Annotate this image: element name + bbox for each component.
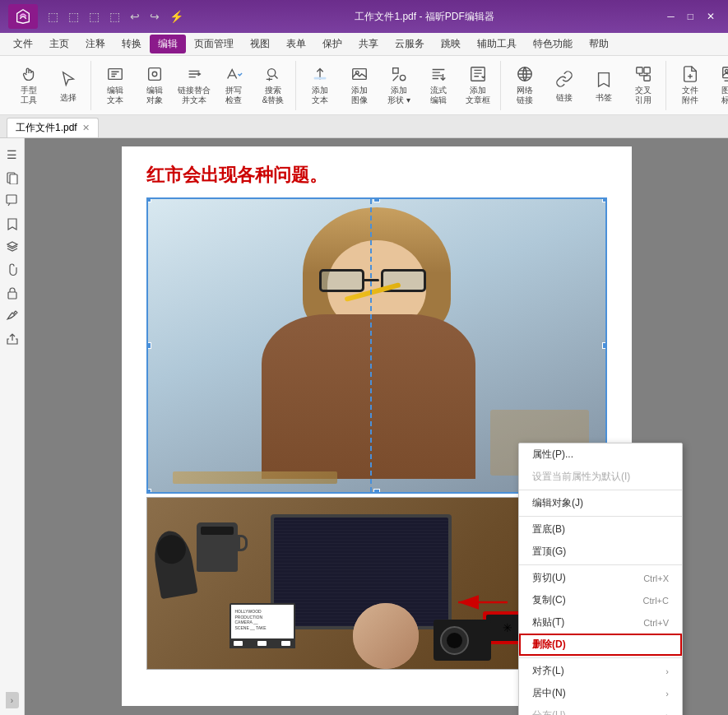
- file-attach-icon: [679, 65, 702, 83]
- sidebar-security-btn[interactable]: [2, 283, 22, 303]
- open-icon[interactable]: ⬚: [44, 8, 62, 25]
- handle-mid-left[interactable]: [146, 342, 151, 349]
- sidebar-collapse-btn[interactable]: ›: [6, 692, 19, 708]
- svg-rect-7: [393, 68, 398, 73]
- hand-icon: [17, 65, 40, 83]
- search-replace-btn[interactable]: 搜索&替换: [254, 63, 292, 109]
- menu-view[interactable]: 视图: [242, 35, 278, 53]
- print-icon[interactable]: ⬚: [86, 8, 103, 25]
- handle-top-center[interactable]: [373, 197, 380, 202]
- ctx-properties[interactable]: 属性(P)...: [519, 443, 682, 466]
- add-article-icon: [466, 65, 489, 83]
- svg-rect-5: [353, 69, 367, 80]
- add-text-btn[interactable]: 添加文本: [301, 63, 339, 109]
- ctx-center-arrow: ›: [665, 689, 669, 699]
- sidebar-pages-btn[interactable]: [2, 168, 22, 188]
- menu-form[interactable]: 表单: [278, 35, 314, 53]
- ctx-to-top[interactable]: 置顶(G): [519, 541, 682, 563]
- spell-btn[interactable]: 拼写检查: [215, 63, 253, 109]
- image-note-btn[interactable]: 图像标注: [711, 63, 728, 109]
- sidebar-layers-btn[interactable]: [2, 237, 22, 257]
- save-icon[interactable]: ⬚: [65, 8, 82, 25]
- new-icon[interactable]: ⬚: [106, 8, 123, 25]
- menu-tools[interactable]: 辅助工具: [469, 35, 525, 53]
- svg-rect-28: [8, 292, 16, 299]
- search-replace-label: 搜索&替换: [262, 86, 285, 105]
- menu-page[interactable]: 页面管理: [186, 35, 242, 53]
- menu-help[interactable]: 帮助: [581, 35, 617, 53]
- handle-mid-right[interactable]: [602, 342, 607, 349]
- ctx-to-bottom-label: 置底(B): [532, 522, 565, 536]
- tab-file1[interactable]: 工作文件1.pdf ✕: [7, 118, 99, 137]
- close-btn[interactable]: ✕: [702, 11, 720, 22]
- edit-obj-btn[interactable]: 编辑对象: [136, 63, 174, 109]
- ctx-sep-2: [519, 516, 682, 517]
- ctx-delete[interactable]: 删除(D): [519, 634, 682, 656]
- undo-icon[interactable]: ↩: [127, 8, 143, 25]
- handle-top-left[interactable]: [146, 197, 151, 202]
- quick-access-toolbar: ⬚ ⬚ ⬚ ⬚ ↩ ↪ ⚡: [44, 8, 187, 25]
- sidebar-attach-btn[interactable]: [2, 260, 22, 280]
- custom-icon[interactable]: ⚡: [166, 8, 187, 25]
- ctx-to-bottom[interactable]: 置底(B): [519, 518, 682, 541]
- file-attach-btn[interactable]: 文件附件: [671, 63, 709, 109]
- bookmark-btn[interactable]: 书签: [585, 63, 623, 109]
- edit-obj-label: 编辑对象: [146, 86, 163, 105]
- edit-text-label: 编辑文本: [107, 86, 123, 105]
- tab-bar: 工作文件1.pdf ✕: [0, 115, 728, 138]
- tab-close-btn[interactable]: ✕: [82, 123, 90, 133]
- bookmark-icon: [592, 67, 615, 91]
- edit-text-btn[interactable]: 编辑文本: [96, 63, 134, 109]
- handle-top-right[interactable]: [602, 197, 607, 202]
- ctx-center[interactable]: 居中(N) ›: [519, 682, 682, 704]
- merge-text-btn[interactable]: 链接替合并文本: [175, 63, 213, 109]
- menu-home[interactable]: 主页: [41, 35, 77, 53]
- svg-rect-27: [7, 195, 16, 203]
- menu-protect[interactable]: 保护: [314, 35, 350, 53]
- menu-comment[interactable]: 注释: [77, 35, 114, 53]
- tool-group-basic: 手型工具 选择: [7, 61, 91, 110]
- sidebar-comment-btn[interactable]: [2, 191, 22, 211]
- svg-point-3: [268, 69, 276, 77]
- ctx-copy[interactable]: 复制(C) Ctrl+C: [519, 589, 682, 611]
- ctx-properties-label: 属性(P)...: [532, 448, 573, 462]
- select-tool-btn[interactable]: 选择: [49, 63, 87, 109]
- sidebar-nav-btn[interactable]: ☰: [2, 145, 22, 165]
- title-bar: ⬚ ⬚ ⬚ ⬚ ↩ ↪ ⚡ 工作文件1.pdf - 福昕PDF编辑器 ─ □ ✕: [0, 0, 728, 33]
- sidebar-sign-btn[interactable]: [2, 306, 22, 326]
- maximize-btn[interactable]: □: [683, 11, 698, 22]
- add-shape-btn[interactable]: 添加形状 ▾: [380, 63, 418, 109]
- ctx-align[interactable]: 对齐(L) ›: [519, 660, 682, 682]
- add-text-label: 添加文本: [312, 86, 328, 105]
- dashed-divider: [370, 199, 372, 492]
- flow-edit-btn[interactable]: 流式编辑: [420, 63, 457, 109]
- window-title: 工作文件1.pdf - 福昕PDF编辑器: [355, 10, 494, 24]
- spell-icon: [222, 65, 245, 83]
- ctx-cut[interactable]: 剪切(U) Ctrl+X: [519, 567, 682, 589]
- add-image-btn[interactable]: 添加图像: [341, 63, 378, 109]
- hand-tool-btn[interactable]: 手型工具: [10, 63, 48, 109]
- menu-edit[interactable]: 编辑: [150, 35, 186, 53]
- ctx-paste[interactable]: 粘贴(T) Ctrl+V: [519, 611, 682, 634]
- menu-file[interactable]: 文件: [5, 35, 41, 53]
- sidebar-share-btn[interactable]: [2, 329, 22, 349]
- add-image-icon: [348, 65, 371, 83]
- redo-icon[interactable]: ↪: [146, 8, 163, 25]
- menu-share[interactable]: 共享: [350, 35, 387, 53]
- add-article-btn[interactable]: 添加文章框: [459, 63, 497, 109]
- ctx-edit-obj[interactable]: 编辑对象(J): [519, 492, 682, 514]
- content-area[interactable]: 红市会出现各种问题。: [25, 138, 728, 715]
- menu-convert[interactable]: 转换: [114, 35, 150, 53]
- menu-special[interactable]: 特色功能: [525, 35, 581, 53]
- handle-bot-center[interactable]: [373, 489, 380, 494]
- handle-bot-left[interactable]: [146, 489, 151, 494]
- minimize-btn[interactable]: ─: [662, 11, 679, 22]
- cross-ref-btn[interactable]: 交叉引用: [624, 63, 662, 109]
- web-link-btn[interactable]: 网络链接: [506, 63, 544, 109]
- image-note-icon: [718, 65, 728, 83]
- sidebar-bookmark-btn[interactable]: [2, 214, 22, 234]
- menu-cloud[interactable]: 云服务: [387, 35, 433, 53]
- link-btn[interactable]: 链接: [545, 63, 583, 109]
- menu-jump[interactable]: 跳映: [433, 35, 469, 53]
- menu-bar: 文件 主页 注释 转换 编辑 页面管理 视图 表单 保护 共享 云服务 跳映 辅…: [0, 33, 728, 56]
